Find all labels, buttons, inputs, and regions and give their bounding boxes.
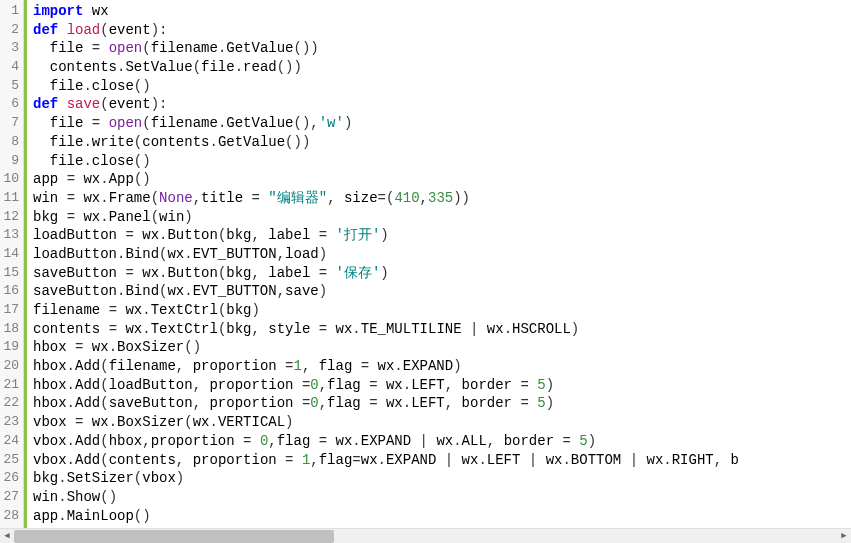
code-line[interactable]: import wx bbox=[33, 2, 851, 21]
code-line[interactable]: file.close() bbox=[33, 77, 851, 96]
scroll-right-arrow[interactable]: ▶ bbox=[837, 530, 851, 543]
code-line[interactable]: contents.SetValue(file.read()) bbox=[33, 58, 851, 77]
code-line[interactable]: file.close() bbox=[33, 152, 851, 171]
code-line[interactable]: win.Show() bbox=[33, 488, 851, 507]
token-op: = bbox=[75, 414, 83, 430]
code-line[interactable]: app.MainLoop() bbox=[33, 507, 851, 526]
token-id: file bbox=[50, 40, 84, 56]
token-op: ( bbox=[142, 115, 150, 131]
token-op: ()) bbox=[277, 59, 302, 75]
code-line[interactable]: file = open(filename.GetValue(),'w') bbox=[33, 114, 851, 133]
token-op: )) bbox=[453, 190, 470, 206]
token-builtin: open bbox=[109, 40, 143, 56]
code-line[interactable]: hbox = wx.BoxSizer() bbox=[33, 338, 851, 357]
horizontal-scrollbar[interactable]: ◀ ▶ bbox=[0, 528, 851, 543]
token-op: = bbox=[319, 227, 327, 243]
line-number: 21 bbox=[2, 376, 19, 395]
code-line[interactable]: vbox = wx.BoxSizer(wx.VERTICAL) bbox=[33, 413, 851, 432]
token-op: . bbox=[109, 414, 117, 430]
token-id: Button bbox=[167, 227, 217, 243]
token-id: file bbox=[50, 115, 84, 131]
code-line[interactable]: app = wx.App() bbox=[33, 170, 851, 189]
token-id: MainLoop bbox=[67, 508, 134, 524]
token-id: size bbox=[344, 190, 378, 206]
token-op: () bbox=[134, 171, 151, 187]
scroll-left-arrow[interactable]: ◀ bbox=[0, 530, 14, 543]
token-op: . bbox=[235, 59, 243, 75]
token-op: ( bbox=[142, 40, 150, 56]
code-line[interactable]: hbox.Add(loadButton, proportion =0,flag … bbox=[33, 376, 851, 395]
token-op: | bbox=[529, 452, 537, 468]
code-line[interactable]: loadButton.Bind(wx.EVT_BUTTON,load) bbox=[33, 245, 851, 264]
token-op: = bbox=[92, 115, 100, 131]
code-line[interactable]: bkg = wx.Panel(win) bbox=[33, 208, 851, 227]
token-op: () bbox=[134, 153, 151, 169]
code-line[interactable]: vbox.Add(hbox,proportion = 0,flag = wx.E… bbox=[33, 432, 851, 451]
code-line[interactable]: file.write(contents.GetValue()) bbox=[33, 133, 851, 152]
token-id: app bbox=[33, 171, 58, 187]
token-builtin: open bbox=[109, 115, 143, 131]
code-line[interactable]: win = wx.Frame(None,title = "编辑器", size=… bbox=[33, 189, 851, 208]
token-id: saveButton bbox=[109, 395, 193, 411]
code-line[interactable]: saveButton = wx.Button(bkg, label = '保存'… bbox=[33, 264, 851, 283]
token-op: = bbox=[319, 433, 327, 449]
token-id: wx bbox=[436, 433, 453, 449]
token-id: Bind bbox=[125, 283, 159, 299]
token-id: border bbox=[504, 433, 554, 449]
token-id: filename bbox=[151, 115, 218, 131]
token-op: , bbox=[327, 190, 344, 206]
token-op: | bbox=[630, 452, 638, 468]
code-line[interactable]: def load(event): bbox=[33, 21, 851, 40]
token-id: proportion bbox=[193, 358, 277, 374]
token-op: . bbox=[83, 134, 91, 150]
token-id: file bbox=[50, 134, 84, 150]
code-line[interactable]: hbox.Add(saveButton, proportion =0,flag … bbox=[33, 394, 851, 413]
line-number: 23 bbox=[2, 413, 19, 432]
token-id: wx bbox=[361, 452, 378, 468]
token-op: . bbox=[394, 358, 402, 374]
token-num: 5 bbox=[537, 395, 545, 411]
token-id: wx bbox=[92, 3, 109, 19]
token-id: wx bbox=[167, 283, 184, 299]
token-op: = bbox=[285, 358, 293, 374]
token-id: win bbox=[33, 190, 58, 206]
token-op: ( bbox=[100, 395, 108, 411]
token-op: . bbox=[663, 452, 671, 468]
token-id: contents bbox=[142, 134, 209, 150]
code-line[interactable]: hbox.Add(filename, proportion =1, flag =… bbox=[33, 357, 851, 376]
token-str: '打开' bbox=[336, 227, 381, 243]
token-id: RIGHT bbox=[672, 452, 714, 468]
token-op: . bbox=[184, 246, 192, 262]
code-line[interactable]: def save(event): bbox=[33, 95, 851, 114]
token-op: = bbox=[369, 395, 377, 411]
token-op: ) bbox=[285, 414, 293, 430]
code-line[interactable]: contents = wx.TextCtrl(bkg, style = wx.T… bbox=[33, 320, 851, 339]
code-editor[interactable]: 1234567891011121314151617181920212223242… bbox=[0, 0, 851, 528]
code-line[interactable]: saveButton.Bind(wx.EVT_BUTTON,save) bbox=[33, 282, 851, 301]
line-number: 1 bbox=[2, 2, 19, 21]
token-id: LEFT bbox=[411, 377, 445, 393]
code-line[interactable]: file = open(filename.GetValue()) bbox=[33, 39, 851, 58]
token-id: Frame bbox=[109, 190, 151, 206]
token-id: bkg bbox=[226, 302, 251, 318]
code-area[interactable]: import wxdef load(event): file = open(fi… bbox=[24, 0, 851, 528]
token-id: proportion bbox=[209, 395, 293, 411]
token-id: wx bbox=[386, 377, 403, 393]
token-id: flag bbox=[327, 377, 361, 393]
token-str: 'w' bbox=[319, 115, 344, 131]
token-op: ) bbox=[453, 358, 461, 374]
token-op: = bbox=[352, 452, 360, 468]
line-number-gutter: 1234567891011121314151617181920212223242… bbox=[0, 0, 24, 528]
token-op: . bbox=[209, 414, 217, 430]
token-id: GetValue bbox=[218, 134, 285, 150]
scrollbar-thumb[interactable] bbox=[14, 530, 334, 543]
code-line[interactable]: loadButton = wx.Button(bkg, label = '打开'… bbox=[33, 226, 851, 245]
token-id: vbox bbox=[33, 414, 67, 430]
line-number: 22 bbox=[2, 394, 19, 413]
token-id: Bind bbox=[125, 246, 159, 262]
code-line[interactable]: bkg.SetSizer(vbox) bbox=[33, 469, 851, 488]
token-id: wx bbox=[378, 358, 395, 374]
code-line[interactable]: filename = wx.TextCtrl(bkg) bbox=[33, 301, 851, 320]
code-line[interactable]: vbox.Add(contents, proportion = 1,flag=w… bbox=[33, 451, 851, 470]
token-op: = bbox=[520, 395, 528, 411]
